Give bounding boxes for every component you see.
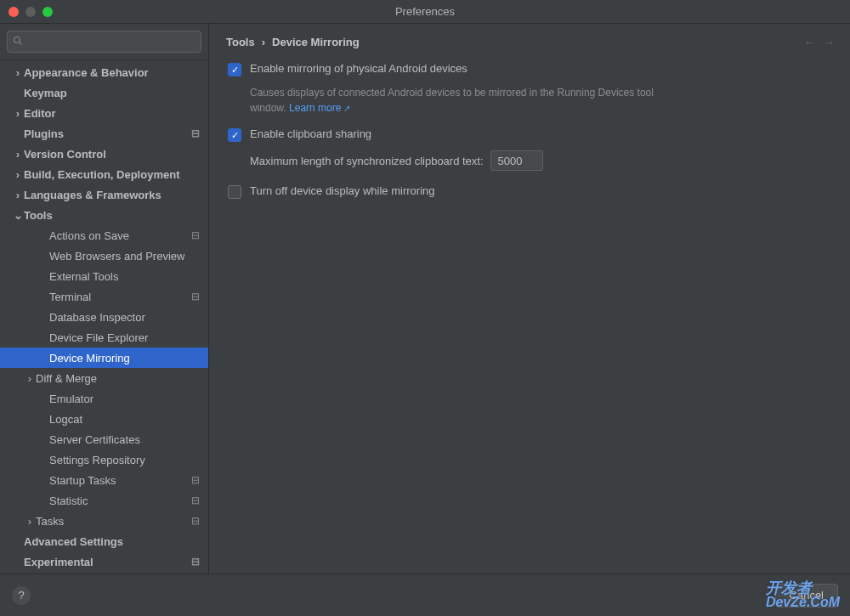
cancel-button[interactable]: Cancel <box>775 584 838 608</box>
checkbox-enable-mirroring[interactable]: ✓ <box>228 63 241 76</box>
sidebar-item-label: Advanced Settings <box>24 535 208 548</box>
chevron-right-icon: › <box>12 107 24 120</box>
settings-tree: ›Appearance & BehaviorKeymap›EditorPlugi… <box>0 60 208 574</box>
sidebar-item-label: Statistic <box>49 494 208 507</box>
sidebar-item-tools[interactable]: ⌄Tools <box>0 205 208 225</box>
breadcrumb: Tools › Device Mirroring <box>226 36 833 48</box>
sidebar-item-label: External Tools <box>49 270 208 283</box>
sidebar-item-server-certificates[interactable]: Server Certificates <box>0 429 208 449</box>
sidebar-item-emulator[interactable]: Emulator <box>0 388 208 409</box>
titlebar: Preferences <box>0 0 850 24</box>
help-button[interactable]: ? <box>12 586 31 605</box>
sidebar-item-languages-frameworks[interactable]: ›Languages & Frameworks <box>0 184 208 205</box>
sidebar-item-build-execution-deployment[interactable]: ›Build, Execution, Deployment <box>0 164 208 184</box>
sidebar-item-label: Version Control <box>24 148 208 161</box>
option-label: Enable mirroring of physical Android dev… <box>250 62 468 75</box>
chevron-right-icon: › <box>12 148 24 161</box>
sidebar-item-label: Experimental <box>24 556 208 568</box>
sidebar-item-diff-merge[interactable]: ›Diff & Merge <box>0 368 208 388</box>
chevron-right-icon: › <box>12 168 24 181</box>
nav-back-icon[interactable]: ← <box>804 36 815 48</box>
sidebar-item-experimental[interactable]: Experimental⊟ <box>0 551 208 572</box>
content-panel: Tools › Device Mirroring ← → ✓ Enable mi… <box>209 24 850 574</box>
option-enable-clipboard[interactable]: ✓ Enable clipboard sharing <box>226 127 833 142</box>
option-turn-off-display[interactable]: Turn off device display while mirroring <box>226 184 833 199</box>
option-description: Causes displays of connected Android dev… <box>250 85 692 116</box>
breadcrumb-root[interactable]: Tools <box>226 36 255 48</box>
sidebar-item-label: Logcat <box>49 413 208 426</box>
option-enable-mirroring[interactable]: ✓ Enable mirroring of physical Android d… <box>226 62 833 76</box>
chevron-down-icon: ⌄ <box>12 209 24 222</box>
breadcrumb-sep: › <box>262 36 265 48</box>
sidebar-item-statistic[interactable]: Statistic⊟ <box>0 490 208 511</box>
sidebar-item-label: Plugins <box>24 127 208 140</box>
sidebar-item-label: Server Certificates <box>49 433 208 446</box>
sidebar-item-settings-repository[interactable]: Settings Repository <box>0 449 208 470</box>
sidebar-item-plugins[interactable]: Plugins⊟ <box>0 123 208 144</box>
window-title: Preferences <box>0 5 850 18</box>
sidebar-item-label: Tools <box>24 209 208 222</box>
chevron-right-icon: › <box>24 515 36 528</box>
checkbox-enable-clipboard[interactable]: ✓ <box>228 128 241 142</box>
search-input[interactable] <box>7 31 201 53</box>
chevron-right-icon: › <box>24 372 36 385</box>
chevron-right-icon: › <box>12 189 24 201</box>
sidebar-item-label: Appearance & Behavior <box>24 66 208 79</box>
option-label: Enable clipboard sharing <box>250 127 371 140</box>
sidebar-item-external-tools[interactable]: External Tools <box>0 266 208 286</box>
breadcrumb-leaf: Device Mirroring <box>272 36 360 48</box>
nav-forward-icon[interactable]: → <box>824 36 835 48</box>
sidebar-item-label: Editor <box>24 107 208 120</box>
sidebar-item-version-control[interactable]: ›Version Control <box>0 144 208 164</box>
sidebar-item-label: Settings Repository <box>49 454 208 466</box>
sidebar-item-label: Actions on Save <box>49 229 208 242</box>
svg-point-0 <box>14 37 20 43</box>
search-icon <box>13 36 23 46</box>
sidebar-item-label: Diff & Merge <box>36 372 208 385</box>
dialog-footer: ? Cancel 开发者 DevZe.CoM <box>0 574 850 616</box>
sidebar-item-appearance-behavior[interactable]: ›Appearance & Behavior <box>0 62 208 82</box>
sidebar-item-actions-on-save[interactable]: Actions on Save⊟ <box>0 225 208 246</box>
sidebar-item-device-file-explorer[interactable]: Device File Explorer <box>0 327 208 348</box>
clipboard-length-input[interactable] <box>490 150 543 171</box>
learn-more-link[interactable]: Learn more↗ <box>289 102 350 114</box>
chevron-right-icon: › <box>12 66 24 79</box>
project-level-marker-icon: ⊟ <box>191 474 200 486</box>
sidebar-item-logcat[interactable]: Logcat <box>0 409 208 429</box>
preferences-sidebar: ›Appearance & BehaviorKeymap›EditorPlugi… <box>0 24 209 574</box>
sidebar-item-terminal[interactable]: Terminal⊟ <box>0 286 208 307</box>
nav-arrows: ← → <box>804 36 835 48</box>
project-level-marker-icon: ⊟ <box>191 494 200 506</box>
option-label: Turn off device display while mirroring <box>250 184 434 197</box>
svg-line-1 <box>20 42 22 45</box>
project-level-marker-icon: ⊟ <box>191 291 200 302</box>
sidebar-item-tasks[interactable]: ›Tasks⊟ <box>0 511 208 531</box>
sidebar-item-database-inspector[interactable]: Database Inspector <box>0 307 208 327</box>
project-level-marker-icon: ⊟ <box>191 127 200 139</box>
checkbox-turn-off-display[interactable] <box>228 185 241 199</box>
sidebar-item-startup-tasks[interactable]: Startup Tasks⊟ <box>0 470 208 490</box>
sidebar-item-label: Languages & Frameworks <box>24 189 208 201</box>
sidebar-item-keymap[interactable]: Keymap <box>0 82 208 103</box>
project-level-marker-icon: ⊟ <box>191 229 200 241</box>
sidebar-item-label: Build, Execution, Deployment <box>24 168 208 181</box>
sidebar-item-advanced-settings[interactable]: Advanced Settings <box>0 531 208 551</box>
external-link-icon: ↗ <box>343 104 350 113</box>
clipboard-length-row: Maximum length of synchronized clipboard… <box>250 150 833 171</box>
clipboard-length-label: Maximum length of synchronized clipboard… <box>250 155 484 167</box>
project-level-marker-icon: ⊟ <box>191 515 200 527</box>
sidebar-item-label: Startup Tasks <box>49 474 208 487</box>
sidebar-item-device-mirroring[interactable]: Device Mirroring <box>0 348 208 368</box>
sidebar-item-label: Emulator <box>49 393 208 405</box>
sidebar-item-web-browsers-and-preview[interactable]: Web Browsers and Preview <box>0 246 208 266</box>
sidebar-item-label: Database Inspector <box>49 311 208 324</box>
sidebar-item-label: Web Browsers and Preview <box>49 250 208 263</box>
sidebar-item-label: Keymap <box>24 87 208 99</box>
project-level-marker-icon: ⊟ <box>191 556 200 568</box>
sidebar-item-label: Device Mirroring <box>49 352 208 365</box>
sidebar-item-editor[interactable]: ›Editor <box>0 103 208 123</box>
sidebar-item-label: Tasks <box>36 515 208 528</box>
sidebar-item-label: Terminal <box>49 291 208 303</box>
sidebar-item-label: Device File Explorer <box>49 331 208 344</box>
